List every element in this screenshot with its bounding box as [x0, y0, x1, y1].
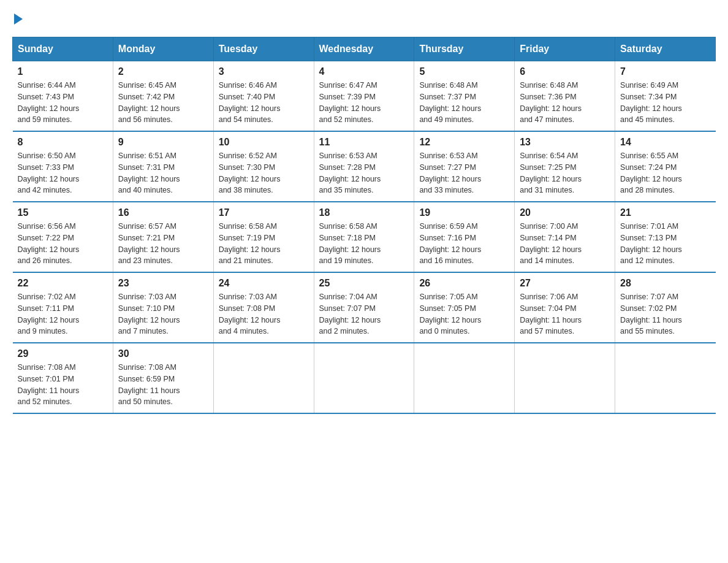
- day-info: Sunrise: 7:01 AMSunset: 7:13 PMDaylight:…: [620, 222, 682, 265]
- calendar-cell: 1 Sunrise: 6:44 AMSunset: 7:43 PMDayligh…: [13, 61, 113, 132]
- day-info: Sunrise: 7:03 AMSunset: 7:10 PMDaylight:…: [118, 293, 180, 335]
- day-info: Sunrise: 7:00 AMSunset: 7:14 PMDaylight:…: [520, 222, 582, 265]
- day-info: Sunrise: 6:44 AMSunset: 7:43 PMDaylight:…: [18, 81, 80, 124]
- calendar-cell: 11 Sunrise: 6:53 AMSunset: 7:28 PMDaylig…: [314, 131, 414, 202]
- calendar-cell: 12 Sunrise: 6:53 AMSunset: 7:27 PMDaylig…: [414, 131, 515, 202]
- calendar-cell: 4 Sunrise: 6:47 AMSunset: 7:39 PMDayligh…: [314, 61, 414, 132]
- day-info: Sunrise: 7:08 AMSunset: 6:59 PMDaylight:…: [118, 363, 180, 406]
- column-header-friday: Friday: [515, 37, 615, 61]
- day-info: Sunrise: 7:06 AMSunset: 7:04 PMDaylight:…: [520, 293, 582, 335]
- column-header-tuesday: Tuesday: [213, 37, 314, 61]
- day-number: 5: [419, 66, 509, 77]
- day-number: 14: [620, 137, 710, 148]
- logo: [12, 12, 23, 25]
- day-number: 12: [419, 137, 509, 148]
- calendar-cell: 18 Sunrise: 6:58 AMSunset: 7:18 PMDaylig…: [314, 202, 414, 272]
- day-info: Sunrise: 6:51 AMSunset: 7:31 PMDaylight:…: [118, 151, 180, 194]
- day-number: 4: [319, 66, 409, 77]
- day-number: 30: [118, 348, 208, 359]
- calendar-week-row: 29 Sunrise: 7:08 AMSunset: 7:01 PMDaylig…: [13, 343, 716, 413]
- day-info: Sunrise: 6:54 AMSunset: 7:25 PMDaylight:…: [520, 151, 582, 194]
- day-info: Sunrise: 6:58 AMSunset: 7:19 PMDaylight:…: [219, 222, 281, 265]
- column-header-saturday: Saturday: [615, 37, 716, 61]
- calendar-cell: 10 Sunrise: 6:52 AMSunset: 7:30 PMDaylig…: [213, 131, 314, 202]
- calendar-cell: [213, 343, 314, 413]
- calendar-cell: 15 Sunrise: 6:56 AMSunset: 7:22 PMDaylig…: [13, 202, 113, 272]
- day-number: 20: [520, 207, 610, 218]
- calendar-cell: 20 Sunrise: 7:00 AMSunset: 7:14 PMDaylig…: [515, 202, 615, 272]
- calendar-cell: 16 Sunrise: 6:57 AMSunset: 7:21 PMDaylig…: [113, 202, 213, 272]
- day-info: Sunrise: 6:48 AMSunset: 7:36 PMDaylight:…: [520, 81, 582, 124]
- day-number: 29: [18, 348, 108, 359]
- day-number: 15: [18, 207, 108, 218]
- calendar-cell: 26 Sunrise: 7:05 AMSunset: 7:05 PMDaylig…: [414, 272, 515, 343]
- day-info: Sunrise: 7:08 AMSunset: 7:01 PMDaylight:…: [18, 363, 80, 406]
- calendar-cell: 14 Sunrise: 6:55 AMSunset: 7:24 PMDaylig…: [615, 131, 716, 202]
- calendar-cell: [414, 343, 515, 413]
- day-info: Sunrise: 6:58 AMSunset: 7:18 PMDaylight:…: [319, 222, 381, 265]
- calendar-cell: 24 Sunrise: 7:03 AMSunset: 7:08 PMDaylig…: [213, 272, 314, 343]
- day-info: Sunrise: 6:56 AMSunset: 7:22 PMDaylight:…: [18, 222, 80, 265]
- day-info: Sunrise: 6:48 AMSunset: 7:37 PMDaylight:…: [419, 81, 481, 124]
- day-number: 18: [319, 207, 409, 218]
- day-info: Sunrise: 6:50 AMSunset: 7:33 PMDaylight:…: [18, 151, 80, 194]
- day-number: 1: [18, 66, 108, 77]
- day-info: Sunrise: 6:49 AMSunset: 7:34 PMDaylight:…: [620, 81, 682, 124]
- calendar-week-row: 15 Sunrise: 6:56 AMSunset: 7:22 PMDaylig…: [13, 202, 716, 272]
- calendar-week-row: 1 Sunrise: 6:44 AMSunset: 7:43 PMDayligh…: [13, 61, 716, 132]
- calendar-cell: 22 Sunrise: 7:02 AMSunset: 7:11 PMDaylig…: [13, 272, 113, 343]
- day-number: 2: [118, 66, 208, 77]
- calendar-cell: 6 Sunrise: 6:48 AMSunset: 7:36 PMDayligh…: [515, 61, 615, 132]
- calendar-cell: [615, 343, 716, 413]
- calendar-week-row: 8 Sunrise: 6:50 AMSunset: 7:33 PMDayligh…: [13, 131, 716, 202]
- day-number: 16: [118, 207, 208, 218]
- calendar-cell: 2 Sunrise: 6:45 AMSunset: 7:42 PMDayligh…: [113, 61, 213, 132]
- day-number: 7: [620, 66, 710, 77]
- day-info: Sunrise: 6:45 AMSunset: 7:42 PMDaylight:…: [118, 81, 180, 124]
- calendar-cell: 25 Sunrise: 7:04 AMSunset: 7:07 PMDaylig…: [314, 272, 414, 343]
- day-number: 8: [18, 137, 108, 148]
- day-info: Sunrise: 6:53 AMSunset: 7:28 PMDaylight:…: [319, 151, 381, 194]
- day-info: Sunrise: 6:53 AMSunset: 7:27 PMDaylight:…: [419, 151, 481, 194]
- day-number: 13: [520, 137, 610, 148]
- column-header-sunday: Sunday: [13, 37, 113, 61]
- calendar-cell: 8 Sunrise: 6:50 AMSunset: 7:33 PMDayligh…: [13, 131, 113, 202]
- calendar-cell: 17 Sunrise: 6:58 AMSunset: 7:19 PMDaylig…: [213, 202, 314, 272]
- day-number: 22: [18, 278, 108, 289]
- day-number: 28: [620, 278, 710, 289]
- day-number: 17: [219, 207, 309, 218]
- calendar-cell: 21 Sunrise: 7:01 AMSunset: 7:13 PMDaylig…: [615, 202, 716, 272]
- day-number: 24: [219, 278, 309, 289]
- day-number: 11: [319, 137, 409, 148]
- column-header-thursday: Thursday: [414, 37, 515, 61]
- calendar-cell: 9 Sunrise: 6:51 AMSunset: 7:31 PMDayligh…: [113, 131, 213, 202]
- day-info: Sunrise: 6:59 AMSunset: 7:16 PMDaylight:…: [419, 222, 481, 265]
- calendar-table: SundayMondayTuesdayWednesdayThursdayFrid…: [12, 37, 716, 414]
- calendar-cell: [314, 343, 414, 413]
- calendar-cell: 27 Sunrise: 7:06 AMSunset: 7:04 PMDaylig…: [515, 272, 615, 343]
- calendar-cell: 3 Sunrise: 6:46 AMSunset: 7:40 PMDayligh…: [213, 61, 314, 132]
- column-header-wednesday: Wednesday: [314, 37, 414, 61]
- day-info: Sunrise: 6:47 AMSunset: 7:39 PMDaylight:…: [319, 81, 381, 124]
- calendar-cell: 29 Sunrise: 7:08 AMSunset: 7:01 PMDaylig…: [13, 343, 113, 413]
- day-number: 25: [319, 278, 409, 289]
- day-number: 10: [219, 137, 309, 148]
- day-number: 27: [520, 278, 610, 289]
- calendar-cell: 7 Sunrise: 6:49 AMSunset: 7:34 PMDayligh…: [615, 61, 716, 132]
- day-number: 9: [118, 137, 208, 148]
- day-info: Sunrise: 7:04 AMSunset: 7:07 PMDaylight:…: [319, 293, 381, 335]
- logo-arrow-icon: [14, 13, 23, 25]
- day-info: Sunrise: 7:03 AMSunset: 7:08 PMDaylight:…: [219, 293, 281, 335]
- calendar-cell: 28 Sunrise: 7:07 AMSunset: 7:02 PMDaylig…: [615, 272, 716, 343]
- calendar-cell: 30 Sunrise: 7:08 AMSunset: 6:59 PMDaylig…: [113, 343, 213, 413]
- column-header-monday: Monday: [113, 37, 213, 61]
- day-number: 6: [520, 66, 610, 77]
- day-number: 19: [419, 207, 509, 218]
- day-number: 21: [620, 207, 710, 218]
- calendar-cell: 19 Sunrise: 6:59 AMSunset: 7:16 PMDaylig…: [414, 202, 515, 272]
- calendar-cell: 5 Sunrise: 6:48 AMSunset: 7:37 PMDayligh…: [414, 61, 515, 132]
- day-number: 26: [419, 278, 509, 289]
- calendar-cell: 13 Sunrise: 6:54 AMSunset: 7:25 PMDaylig…: [515, 131, 615, 202]
- calendar-cell: 23 Sunrise: 7:03 AMSunset: 7:10 PMDaylig…: [113, 272, 213, 343]
- day-info: Sunrise: 6:46 AMSunset: 7:40 PMDaylight:…: [219, 81, 281, 124]
